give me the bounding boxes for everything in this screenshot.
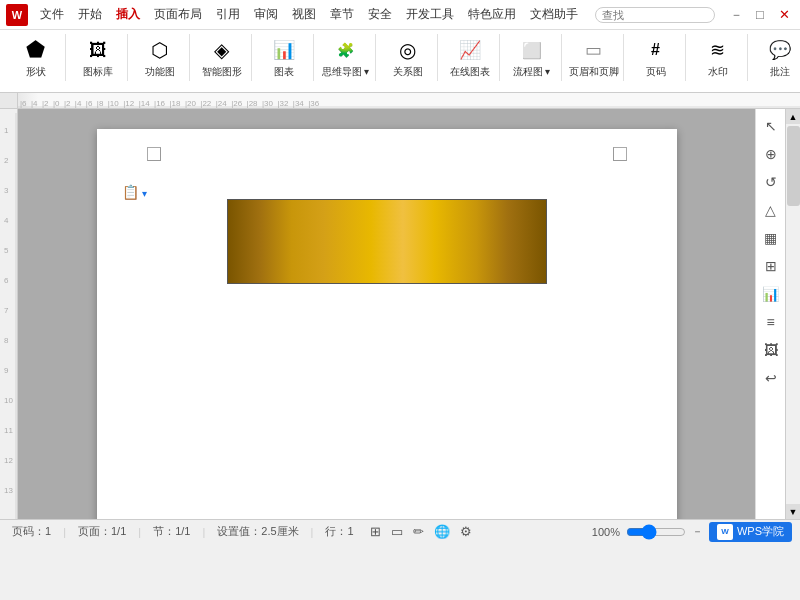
status-zoom-out-icon[interactable]: － <box>692 524 703 539</box>
ribbon-group-onlinechart: 📈 在线图表 <box>440 34 500 81</box>
menu-features[interactable]: 特色应用 <box>462 4 522 25</box>
rt-back-button[interactable]: ↩ <box>758 365 784 391</box>
svg-text:9: 9 <box>4 366 9 375</box>
svg-text:10: 10 <box>4 396 13 405</box>
shape-icon: ⬟ <box>22 36 50 64</box>
relmap-button[interactable]: ◎ 关系图 <box>389 34 427 81</box>
headerfooter-button[interactable]: ▭ 页眉和页脚 <box>565 34 623 81</box>
rt-list-button[interactable]: ≡ <box>758 309 784 335</box>
rt-rotate-button[interactable]: ↺ <box>758 169 784 195</box>
svg-text:12: 12 <box>4 456 13 465</box>
menu-chapter[interactable]: 章节 <box>324 4 360 25</box>
rt-chart-button[interactable]: 📊 <box>758 281 784 307</box>
status-pages: 页面：1/1 <box>74 524 130 539</box>
watermark-label: 水印 <box>708 65 728 79</box>
ribbon-group-flowchart: ⬜ 流程图 ▾ <box>502 34 562 81</box>
watermark-icon: ≋ <box>704 36 732 64</box>
title-menu: 文件 开始 插入 页面布局 引用 审阅 视图 章节 安全 开发工具 特色应用 文… <box>34 4 584 25</box>
document-page: 📋 ▾ <box>97 129 677 519</box>
menu-home[interactable]: 开始 <box>72 4 108 25</box>
mindmap-button[interactable]: 🧩 思维导图 ▾ <box>318 34 374 81</box>
scroll-thumb[interactable] <box>787 126 800 206</box>
pagenum-button[interactable]: # 页码 <box>638 34 674 81</box>
main-area: 1 2 3 4 5 6 7 8 9 10 11 12 13 📋 ▾ <box>0 109 800 519</box>
right-toolbar: ↖ ⊕ ↺ △ ▦ ⊞ 📊 ≡ 🖼 ↩ <box>755 109 785 519</box>
status-layout-icon[interactable]: ▭ <box>391 524 403 539</box>
rt-cursor-button[interactable]: ↖ <box>758 113 784 139</box>
svg-text:6: 6 <box>4 276 9 285</box>
search-input[interactable] <box>595 7 715 23</box>
ribbon-group-comment: 💬 批注 <box>750 34 800 81</box>
status-page: 页码：1 <box>8 524 55 539</box>
flowchart-button[interactable]: ⬜ 流程图 ▾ <box>509 34 555 81</box>
menu-layout[interactable]: 页面布局 <box>148 4 208 25</box>
status-globe-icon[interactable]: 🌐 <box>434 524 450 539</box>
svg-text:13: 13 <box>4 486 13 495</box>
shape-button[interactable]: ⬟ 形状 <box>18 34 54 81</box>
rt-table-button[interactable]: ⊞ <box>758 253 784 279</box>
menu-devtools[interactable]: 开发工具 <box>400 4 460 25</box>
onlinechart-button[interactable]: 📈 在线图表 <box>446 34 494 81</box>
gold-gradient-shape[interactable] <box>227 199 547 284</box>
watermark-button[interactable]: ≋ 水印 <box>700 34 736 81</box>
status-setting: 设置值：2.5厘米 <box>213 524 302 539</box>
svg-text:4: 4 <box>4 216 9 225</box>
svg-text:11: 11 <box>4 426 13 435</box>
rt-grid-button[interactable]: ▦ <box>758 225 784 251</box>
chart-button[interactable]: 📊 图表 <box>266 34 302 81</box>
scroll-down-button[interactable]: ▼ <box>786 504 801 519</box>
flowchart-label: 流程图 ▾ <box>513 65 551 79</box>
zoom-slider[interactable] <box>626 524 686 540</box>
title-center <box>588 7 722 23</box>
ribbon-group-mindmap: 🧩 思维导图 ▾ <box>316 34 376 81</box>
menu-assistant[interactable]: 文档助手 <box>524 4 584 25</box>
menu-security[interactable]: 安全 <box>362 4 398 25</box>
status-section: 节：1/1 <box>149 524 194 539</box>
rt-image-button[interactable]: 🖼 <box>758 337 784 363</box>
svg-text:3: 3 <box>4 186 9 195</box>
relmap-label: 关系图 <box>393 65 423 79</box>
ribbon-group-relmap: ◎ 关系图 <box>378 34 438 81</box>
status-edit-icon[interactable]: ✏ <box>413 524 424 539</box>
relmap-icon: ◎ <box>394 36 422 64</box>
ribbon-group-smartshape: ◈ 智能图形 <box>192 34 252 81</box>
status-settings-icon[interactable]: ⚙ <box>460 524 472 539</box>
comment-button[interactable]: 💬 批注 <box>762 34 798 81</box>
paste-icon[interactable]: 📋 ▾ <box>122 184 148 200</box>
ribbon-group-headerfooter: ▭ 页眉和页脚 <box>564 34 624 81</box>
rt-zoom-button[interactable]: ⊕ <box>758 141 784 167</box>
svg-text:7: 7 <box>4 306 9 315</box>
status-sep-1: | <box>63 526 66 538</box>
status-expand-icon[interactable]: ⊞ <box>370 524 381 539</box>
menu-insert[interactable]: 插入 <box>110 4 146 25</box>
ribbon-group-shape: ⬟ 形状 <box>6 34 66 81</box>
svg-text:5: 5 <box>4 246 9 255</box>
close-button[interactable]: ✕ <box>774 5 794 25</box>
status-sep-3: | <box>202 526 205 538</box>
minimize-button[interactable]: － <box>726 5 746 25</box>
mindmap-icon: 🧩 <box>332 36 360 64</box>
scroll-up-button[interactable]: ▲ <box>786 109 801 124</box>
smartshape-icon: ◈ <box>208 36 236 64</box>
svg-text:2: 2 <box>4 156 9 165</box>
status-sep-4: | <box>311 526 314 538</box>
title-bar-left: W 文件 开始 插入 页面布局 引用 审阅 视图 章节 安全 开发工具 特色应用… <box>6 4 584 26</box>
rt-triangle-button[interactable]: △ <box>758 197 784 223</box>
menu-file[interactable]: 文件 <box>34 4 70 25</box>
smartshape-label: 智能图形 <box>202 65 242 79</box>
menu-review[interactable]: 审阅 <box>248 4 284 25</box>
wps-academy-button[interactable]: W WPS学院 <box>709 522 792 542</box>
wps-academy-label: WPS学院 <box>737 524 784 539</box>
menu-view[interactable]: 视图 <box>286 4 322 25</box>
status-zoom-percent: 100% <box>592 526 620 538</box>
comment-label: 批注 <box>770 65 790 79</box>
horizontal-ruler: |6 |4 |2 |0 |2 |4 |6 |8 |10 |12 |14 |16 … <box>0 93 800 109</box>
smartshape-button[interactable]: ◈ 智能图形 <box>198 34 246 81</box>
menu-refs[interactable]: 引用 <box>210 4 246 25</box>
maximize-button[interactable]: □ <box>750 5 770 25</box>
iconlib-button[interactable]: 🖼 图标库 <box>79 34 117 81</box>
vertical-scrollbar[interactable]: ▲ ▼ <box>785 109 800 519</box>
status-sep-2: | <box>138 526 141 538</box>
funcmap-button[interactable]: ⬡ 功能图 <box>141 34 179 81</box>
status-right: 100% － W WPS学院 <box>592 522 792 542</box>
